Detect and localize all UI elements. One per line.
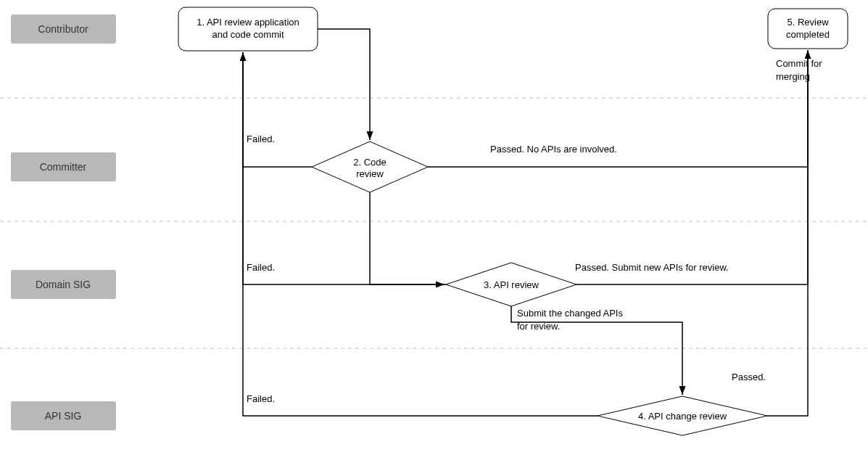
node-step5-text1: 5. Review [787, 17, 829, 28]
node-step2-text1: 2. Code [353, 157, 387, 168]
lane-committer: Committer [11, 152, 116, 181]
edge-4-failed [243, 52, 598, 416]
edge-3-to-4-label2: for review. [517, 321, 560, 332]
edge-3-passed-new-label: Passed. Submit new APIs for review. [575, 262, 729, 273]
node-step4-text: 4. API change review [638, 411, 727, 422]
edge-2-passed-noapi-label: Passed. No APIs are involved. [490, 144, 617, 155]
node-step1: 1. API review application and code commi… [178, 7, 318, 51]
edge-4-passed [767, 50, 808, 416]
node-step3: 3. API review [446, 263, 576, 306]
lane-api-sig: API SIG [11, 401, 116, 430]
node-step2-text2: review [356, 168, 384, 179]
lane-domain-sig: Domain SIG [11, 270, 116, 299]
lane-api-sig-label: API SIG [45, 410, 82, 422]
edge-2-failed-label: Failed. [247, 134, 275, 144]
node-step1-text1: 1. API review application [197, 17, 299, 28]
node-step5: 5. Review completed [768, 9, 848, 49]
edge-4-failed-label: Failed. [247, 393, 275, 404]
lane-contributor: Contributor [11, 15, 116, 44]
node-step4: 4. API change review [598, 396, 767, 435]
node-step2: 2. Code review [312, 142, 428, 192]
edge-4-passed-label: Passed. [732, 372, 766, 382]
node-step1-text2: and code commit [212, 29, 284, 40]
edge-2-failed [243, 52, 312, 167]
edge-3-failed-label: Failed. [247, 262, 275, 273]
commit-merge-label1: Commit for [776, 58, 822, 69]
edge-3-to-4 [511, 306, 682, 395]
node-step3-text: 3. API review [484, 279, 539, 290]
flowchart-diagram: Contributor Committer Domain SIG API SIG… [0, 0, 868, 455]
node-step5-text2: completed [786, 29, 830, 40]
edge-3-to-4-label1: Submit the changed APIs [517, 308, 623, 319]
lane-committer-label: Committer [40, 161, 87, 173]
lane-domain-sig-label: Domain SIG [36, 279, 91, 290]
edge-1-to-2 [318, 29, 370, 140]
commit-merge-label2: merging [776, 71, 810, 82]
edge-2-to-3 [370, 192, 445, 284]
edge-2-passed-noapi [428, 50, 808, 167]
lane-contributor-label: Contributor [38, 23, 88, 35]
